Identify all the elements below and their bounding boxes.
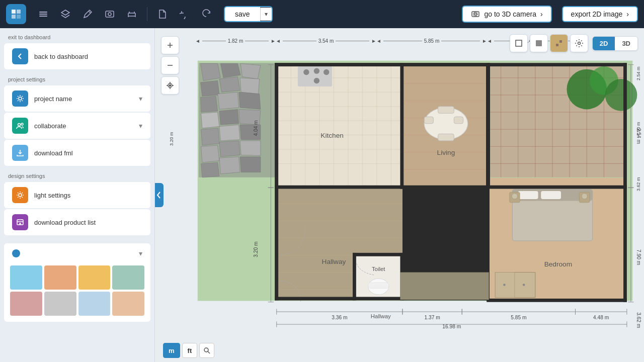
go-3d-label: go to 3D camera <box>484 10 536 18</box>
svg-text:Kitchen: Kitchen <box>320 132 344 139</box>
svg-marker-64 <box>201 112 219 128</box>
svg-rect-32 <box>556 44 558 46</box>
unit-ft-button[interactable]: ft <box>182 343 198 358</box>
photo-icon-btn[interactable] <box>101 5 119 23</box>
svg-marker-55 <box>200 63 220 80</box>
undo-icon-btn[interactable] <box>176 5 194 23</box>
svg-marker-67 <box>201 128 219 145</box>
svg-rect-171 <box>487 186 627 189</box>
layers-icon-btn[interactable] <box>34 5 52 23</box>
sidebar-item-download-product[interactable]: download product list <box>4 209 150 235</box>
view-settings-button[interactable] <box>570 34 588 52</box>
svg-point-96 <box>314 68 319 73</box>
svg-rect-10 <box>128 13 135 16</box>
canvas-area: 2D 3D ◄ 1.82 m ► ◄ 3.54 m ► ◄ <box>155 28 644 362</box>
furniture-icon-btn[interactable] <box>123 5 141 23</box>
svg-point-52 <box>605 79 637 111</box>
light-settings-icon <box>12 187 28 203</box>
svg-rect-151 <box>541 191 561 199</box>
export-label: export 2D image <box>571 10 623 18</box>
svg-point-97 <box>324 69 329 75</box>
svg-rect-168 <box>487 299 627 302</box>
swatch-tan[interactable] <box>112 292 144 316</box>
svg-rect-31 <box>559 40 562 43</box>
svg-rect-2 <box>12 15 16 19</box>
collapse-sidebar-tab[interactable] <box>155 183 164 207</box>
sidebar-item-collaborate[interactable]: collaborate ▾ <box>4 113 150 139</box>
save-button-group: save ▾ <box>224 6 273 22</box>
file-icon-btn[interactable] <box>153 5 172 23</box>
svg-marker-60 <box>240 78 260 94</box>
svg-rect-28 <box>516 40 522 46</box>
mode-3d-button[interactable]: 3D <box>615 37 637 50</box>
sidebar-item-back[interactable]: back to dashboard <box>4 43 150 69</box>
svg-marker-58 <box>200 81 219 97</box>
svg-text:3.20 m: 3.20 m <box>253 241 259 257</box>
swatch-peach[interactable] <box>44 265 76 290</box>
floor-plan-svg: Kitchen <box>186 50 644 340</box>
swatch-pink[interactable] <box>10 292 42 316</box>
svg-point-159 <box>523 284 525 286</box>
view-controls: 2D 3D <box>510 34 638 52</box>
svg-rect-167 <box>487 63 490 186</box>
svg-text:Living: Living <box>437 149 455 156</box>
svg-rect-5 <box>39 14 47 15</box>
svg-rect-142 <box>368 283 389 288</box>
svg-rect-4 <box>39 12 47 13</box>
view-solid-button[interactable] <box>530 34 548 52</box>
svg-rect-3 <box>17 15 21 19</box>
go-3d-arrow: › <box>540 10 543 18</box>
view-wireframe-button[interactable] <box>510 34 528 52</box>
redo-icon-btn[interactable] <box>198 5 216 23</box>
zoom-out-button[interactable] <box>161 56 179 74</box>
light-settings-label: light settings <box>34 192 142 199</box>
svg-point-214 <box>204 348 208 352</box>
download-fml-label: download fml <box>34 149 142 157</box>
palette-header: ▾ <box>8 247 146 259</box>
meas-top-3: ◄ 5.85 m ► <box>376 38 487 44</box>
export-arrow: › <box>626 10 629 18</box>
mode-2d-button[interactable]: 2D <box>593 37 615 50</box>
svg-rect-30 <box>556 40 558 43</box>
export-2d-button[interactable]: export 2D image › <box>562 6 638 22</box>
meas-right-2: 7.90 m <box>636 94 641 164</box>
svg-rect-166 <box>400 186 489 189</box>
sidebar-item-project-name[interactable]: project name ▾ <box>4 85 150 112</box>
project-name-chevron: ▾ <box>139 95 142 103</box>
floor-plan-viewport[interactable]: Kitchen <box>186 50 644 340</box>
app-logo <box>6 4 26 24</box>
unit-m-button[interactable]: m <box>163 343 180 358</box>
swatch-mint[interactable] <box>112 265 144 290</box>
svg-point-158 <box>503 284 506 286</box>
collaborate-label: collaborate <box>34 122 133 130</box>
svg-rect-150 <box>518 191 538 199</box>
svg-text:Bedroom: Bedroom <box>544 260 572 268</box>
download-fml-icon <box>12 145 28 161</box>
svg-text:3.62 m: 3.62 m <box>636 312 641 328</box>
view-2d-3d-toggle: 2D 3D <box>592 36 638 51</box>
svg-rect-109 <box>438 107 454 114</box>
design-section-label: design settings <box>0 167 154 181</box>
zoom-in-button[interactable] <box>161 36 179 54</box>
svg-text:Hallway: Hallway <box>371 313 391 319</box>
svg-point-15 <box>18 124 21 126</box>
svg-text:4.48 m: 4.48 m <box>593 315 609 320</box>
swatch-paleblue[interactable] <box>78 292 111 316</box>
view-texture-button[interactable] <box>550 34 568 52</box>
swatch-yellow[interactable] <box>78 265 111 290</box>
svg-rect-108 <box>454 117 463 124</box>
save-dropdown-button[interactable]: ▾ <box>260 8 272 21</box>
swatch-light-blue[interactable] <box>10 265 42 290</box>
center-view-button[interactable] <box>161 76 179 95</box>
layers2-icon-btn[interactable] <box>56 5 74 23</box>
svg-rect-172 <box>353 253 356 300</box>
sidebar-item-light-settings[interactable]: light settings <box>4 182 150 208</box>
go-3d-button[interactable]: go to 3D camera › <box>462 6 551 23</box>
pencil-icon-btn[interactable] <box>78 5 97 23</box>
save-button[interactable]: save <box>225 7 260 21</box>
sidebar-item-download-fml[interactable]: download fml <box>4 140 150 166</box>
svg-marker-70 <box>201 145 219 162</box>
svg-point-155 <box>582 194 587 199</box>
swatch-silver[interactable] <box>44 292 76 316</box>
zoom-search-button[interactable] <box>199 343 214 358</box>
